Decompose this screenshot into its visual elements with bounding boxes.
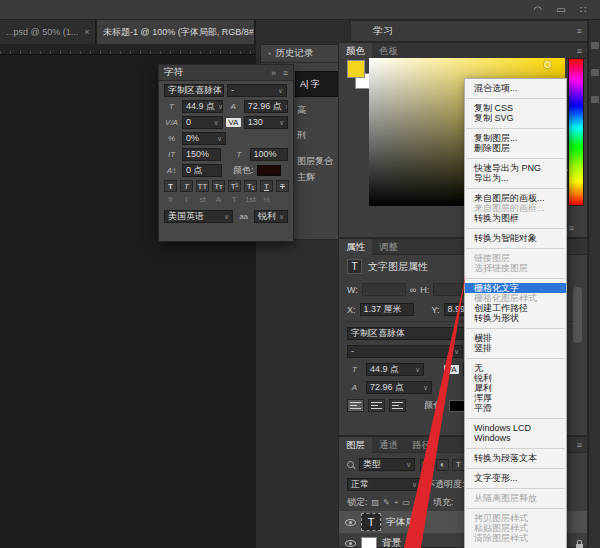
menu-item[interactable]: 复制图层... [465,133,566,143]
underline-button[interactable]: T [260,180,273,192]
font-style-select[interactable]: - ∨ [227,84,287,97]
lock-transparency-icon[interactable]: ▨ [372,498,380,507]
language-select[interactable]: 美国英语 ∨ [164,210,233,223]
subscript-button[interactable]: T₁ [244,180,257,192]
menu-item[interactable]: 竖排 [465,343,566,353]
blend-mode-select[interactable]: 正常 ∨ [347,478,421,491]
faux-bold-button[interactable]: T [164,180,177,192]
collapse-panel-icon[interactable]: » [271,68,276,78]
menu-item[interactable]: 混合选项... [465,83,566,93]
layer-filter-select[interactable]: 类型 ∨ [359,458,415,471]
all-caps-button[interactable]: TT [196,180,209,192]
history-entry[interactable]: 刑 [297,129,306,142]
x-field[interactable]: 1.37 厘米 [360,303,414,316]
pixel-filter-icon[interactable]: ▦ [420,459,433,471]
menu-item[interactable]: 横排 [465,333,566,343]
menu-item[interactable]: 转换为形状 [465,313,566,323]
panel-menu-icon[interactable]: ≡ [283,68,288,78]
superscript-button[interactable]: T¹ [228,180,241,192]
y-label: Y: [432,305,440,315]
apps-grid-icon[interactable]: ∷ [580,0,586,20]
menu-item[interactable]: 转换为段落文本 [465,453,566,463]
panel-menu-icon[interactable]: ≡ [577,46,582,56]
lock-all-icon[interactable] [414,502,421,507]
visibility-eye-icon[interactable] [345,540,356,547]
leading-field[interactable]: 72.96 点 ∨ [366,381,432,394]
text-layer-thumbnail[interactable]: T [361,513,381,531]
fractions-button: ½ [260,195,273,204]
tab-swatches[interactable]: 色板 [372,43,405,59]
share-icon[interactable]: ◠ [533,0,542,20]
lock-pixels-icon[interactable]: ✎ [383,498,390,507]
menu-item[interactable]: Windows [465,433,566,443]
text-color-swatch[interactable] [257,165,281,176]
menu-separator [466,488,565,489]
menu-item[interactable]: 导出为... [465,173,566,183]
foreground-color-swatch[interactable] [347,60,365,78]
close-icon[interactable]: × [84,27,89,37]
tab-adjustments[interactable]: 调整 [372,239,405,255]
tab-layers[interactable]: 图层 [339,437,372,453]
horizontal-scale-field[interactable]: 100% [250,148,289,161]
tab-color[interactable]: 颜色 [339,43,372,59]
menu-item[interactable]: 锐利 [465,373,566,383]
menu-item[interactable]: 创建工作路径 [465,303,566,313]
leading-field[interactable]: 72.96 点 ∨ [244,100,288,113]
menu-item[interactable]: 复制 CSS [465,103,566,113]
font-size-field[interactable]: 44.9 点 ∨ [182,100,223,113]
menu-item[interactable]: 转换为智能对象 [465,233,566,243]
menu-item[interactable]: 快速导出为 PNG [465,163,566,173]
menu-item[interactable]: 平滑 [465,403,566,413]
history-entry[interactable]: 高 [297,104,306,117]
collapsed-panel-icon[interactable] [591,42,599,49]
align-center-button[interactable] [368,399,385,412]
menu-item[interactable]: 浑厚 [465,393,566,403]
hue-slider[interactable] [568,58,584,206]
menu-item-rasterize-type[interactable]: 栅格化文字 [465,283,566,293]
menu-item[interactable]: 文字变形... [465,473,566,483]
menu-item[interactable]: Windows LCD [465,423,566,433]
tab-channels[interactable]: 通道 [372,437,405,453]
panel-menu-icon[interactable]: ≡ [577,26,582,36]
collapsed-panel-icon[interactable] [591,96,599,103]
adjustment-filter-icon[interactable]: ◐ [436,459,449,471]
visibility-eye-icon[interactable] [345,519,356,526]
background-layer-thumbnail[interactable] [361,537,377,548]
small-caps-button[interactable]: Tт [212,180,225,192]
vertical-scale-field[interactable]: 150% [182,148,221,161]
faux-italic-button[interactable]: T [180,180,193,192]
panel-menu-icon[interactable]: ≡ [577,440,582,450]
font-family-select[interactable]: 字制区喜脉体 ∨ [164,84,224,97]
kerning-field[interactable]: 0 ∨ [182,116,223,129]
anti-alias-select[interactable]: 锐利 ∨ [254,210,288,223]
baseline-shift-field[interactable]: 0 点 [182,164,222,177]
document-tab-inactive[interactable]: ...psd @ 50% (1... × [0,20,96,44]
menu-item[interactable]: 犀利 [465,383,566,393]
workspace-icon[interactable]: ▭ [556,0,565,20]
history-entry[interactable]: 图层复合 [297,155,333,168]
menu-item[interactable]: 删除图层 [465,143,566,153]
collapsed-panel-icon[interactable] [591,69,599,76]
lock-position-icon[interactable]: + [394,498,399,507]
tab-paths[interactable]: 路径 [405,437,438,453]
font-style-select[interactable]: - ∨ [347,345,463,358]
menu-item[interactable]: 无 [465,363,566,373]
align-right-button[interactable] [389,399,406,412]
properties-scrollbar-thumb[interactable] [573,287,582,343]
anti-alias-icon: aa [236,212,251,221]
lock-artboard-icon[interactable]: ▭ [402,498,410,507]
menu-item: 从隔离图层释放 [465,493,566,503]
panel-options-icon[interactable]: ≡ [569,223,574,233]
tracking-field[interactable]: 130 ∨ [244,116,288,129]
proportional-spacing-field[interactable]: 0% ∨ [182,132,226,145]
menu-item[interactable]: 来自图层的画板... [465,193,566,203]
menu-item[interactable]: 转换为图框 [465,213,566,223]
document-tab-active[interactable]: 未标题-1 @ 100% (字体局部, RGB/8#) * × [97,20,255,44]
font-size-field[interactable]: 44.9 点 ∨ [366,363,424,376]
align-left-button[interactable] [347,399,364,412]
history-entry[interactable]: 主辉 [297,171,315,184]
color-picker-marker[interactable] [544,61,551,68]
tab-properties[interactable]: 属性 [339,239,372,255]
menu-item[interactable]: 复制 SVG [465,113,566,123]
strikethrough-button[interactable]: T [276,180,289,192]
